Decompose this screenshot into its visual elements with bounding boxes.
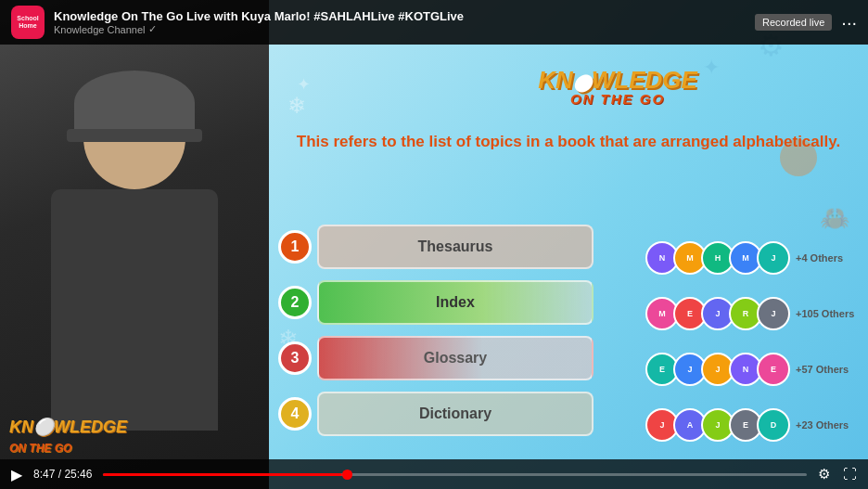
- voter-count-2: +105 Others: [796, 308, 854, 319]
- time-display: 8:47 / 25:46: [33, 468, 92, 481]
- channel-logo: SchoolHome: [11, 6, 45, 39]
- person-head: [83, 87, 185, 189]
- avatar: J: [757, 241, 790, 275]
- asterisk-decoration: ✦: [297, 74, 311, 95]
- top-bar: SchoolHome Knowledge On The Go Live with…: [0, 0, 868, 45]
- progress-fill: [103, 473, 342, 476]
- answer-number-2: 2: [278, 286, 312, 319]
- progress-dot: [342, 470, 352, 480]
- answer-button-1[interactable]: Thesaurus: [317, 225, 594, 269]
- recorded-live-badge: Recorded live: [755, 14, 832, 31]
- webcam-person: [0, 0, 269, 489]
- voter-row-4: J A J E D +23 Others: [645, 401, 859, 449]
- settings-icon[interactable]: ⚙: [818, 466, 830, 483]
- kotg-logo: KN⬤WLEDGE ON THE GO: [516, 51, 720, 125]
- verified-icon: ✓: [148, 23, 157, 35]
- voters-section: N M H M J +4 Others M E J R J +105 Other…: [645, 234, 859, 457]
- answer-number-4: 4: [278, 397, 312, 431]
- answer-label-1: Thesaurus: [418, 238, 493, 255]
- video-title: Knowledge On The Go Live with Kuya Marlo…: [54, 9, 555, 23]
- play-button[interactable]: ▶: [11, 466, 22, 483]
- bottom-bar: ▶ 8:47 / 25:46 ⚙ ⛶: [0, 459, 868, 489]
- avatar: J: [757, 297, 790, 330]
- avatar: E: [757, 353, 790, 386]
- total-time: 25:46: [64, 468, 92, 481]
- answer-row-2: 2 Index: [278, 278, 594, 327]
- channel-name: Knowledge Channel ✓: [54, 23, 746, 35]
- voter-avatars-1: N M H M J: [645, 241, 790, 275]
- kotg-logo-bottom: KN⚪WLEDGE ON THE GO: [9, 417, 127, 457]
- answer-number-1: 1: [278, 230, 312, 264]
- fullscreen-icon[interactable]: ⛶: [843, 466, 857, 483]
- voter-avatars-4: J A J E D: [645, 408, 790, 442]
- voter-avatars-2: M E J R J: [645, 297, 790, 330]
- person-cap: [74, 71, 195, 135]
- answer-button-4[interactable]: Dictionary: [317, 392, 594, 436]
- current-time: 8:47: [33, 468, 55, 481]
- avatar: D: [757, 408, 790, 442]
- answers-section: 1 Thesaurus 2 Index 3 Glossary 4 Diction…: [278, 223, 594, 445]
- title-block: Knowledge On The Go Live with Kuya Marlo…: [54, 9, 746, 35]
- voter-count-1: +4 Others: [796, 252, 843, 264]
- voter-row-3: E J J N E +57 Others: [645, 345, 859, 393]
- voter-count-4: +23 Others: [796, 419, 849, 431]
- answer-label-4: Dictionary: [419, 405, 491, 422]
- answer-button-3[interactable]: Glossary: [317, 336, 594, 380]
- answer-number-3: 3: [278, 341, 312, 375]
- answer-label-3: Glossary: [424, 350, 487, 367]
- more-options-button[interactable]: ···: [841, 12, 857, 33]
- answer-row-3: 3 Glossary: [278, 334, 594, 382]
- answer-row-1: 1 Thesaurus: [278, 223, 594, 271]
- voter-count-3: +57 Others: [796, 364, 849, 375]
- answer-button-2[interactable]: Index: [317, 280, 594, 325]
- voter-avatars-3: E J J N E: [645, 353, 790, 386]
- crab-decoration: 🦀: [820, 204, 849, 233]
- question-text: This refers to the list of topics in a b…: [287, 130, 849, 154]
- person-body: [51, 189, 218, 431]
- progress-bar[interactable]: [103, 473, 807, 476]
- channel-name-text: Knowledge Channel: [54, 24, 145, 35]
- content-area: ❄ ⚙ ✦ 🦀 ✦ ❄ KN⬤WLEDGE ON THE GO This ref…: [269, 0, 868, 489]
- snowflake-decoration: ❄: [287, 93, 306, 119]
- webcam-area: KN⚪WLEDGE ON THE GO: [0, 0, 269, 489]
- bottom-icons: ⚙ ⛶: [818, 466, 857, 483]
- answer-label-2: Index: [436, 294, 475, 311]
- person-cap-brim: [67, 129, 202, 142]
- answer-row-4: 4 Dictionary: [278, 390, 594, 438]
- voter-row-2: M E J R J +105 Others: [645, 290, 859, 338]
- voter-row-1: N M H M J +4 Others: [645, 234, 859, 282]
